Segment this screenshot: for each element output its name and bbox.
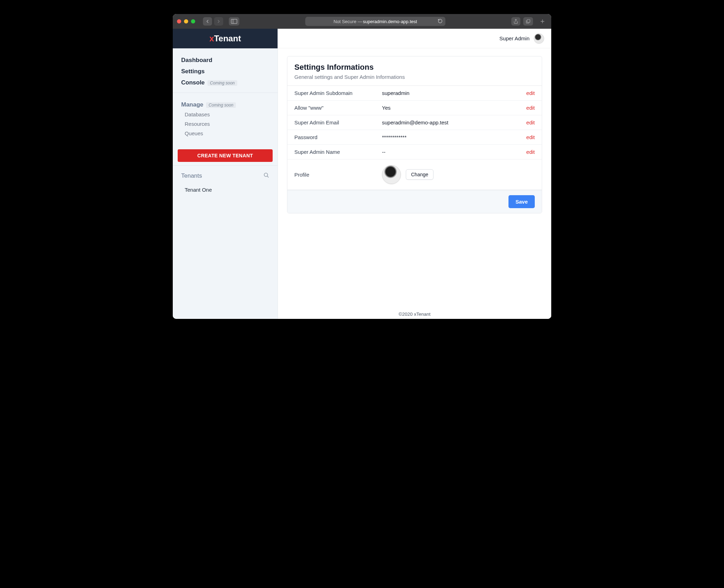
forward-button[interactable] [214, 17, 223, 26]
back-button[interactable] [203, 17, 212, 26]
browser-window: Not Secure — superadmin.demo-app.test [173, 14, 551, 319]
content: Settings Informations General settings a… [278, 48, 551, 307]
edit-email[interactable]: edit [526, 119, 535, 125]
address-host: superadmin.demo-app.test [363, 19, 417, 24]
nav-databases[interactable]: Databases [181, 110, 269, 119]
row-allow-www: Allow "www" Yes edit [287, 101, 542, 115]
value-password: ************ [382, 134, 523, 140]
sidebar-toggle-button[interactable] [229, 17, 239, 26]
nav-dashboard[interactable]: Dashboard [181, 55, 269, 66]
tabs-icon [525, 19, 531, 24]
sidebar: xTenant Dashboard Settings Console Comin… [173, 29, 278, 319]
label-subdomain: Super Admin Subdomain [294, 90, 378, 96]
plus-icon [540, 19, 545, 24]
avatar[interactable] [534, 33, 544, 44]
edit-name[interactable]: edit [526, 149, 535, 155]
nav-queues[interactable]: Queues [181, 129, 269, 138]
nav-settings[interactable]: Settings [181, 66, 269, 77]
brand-logo[interactable]: xTenant [173, 29, 278, 48]
tabs-overview-button[interactable] [523, 17, 533, 26]
share-button[interactable] [511, 17, 520, 26]
nav-settings-label: Settings [181, 68, 205, 75]
app: xTenant Dashboard Settings Console Comin… [173, 29, 551, 319]
reload-icon [438, 19, 443, 23]
edit-allow-www[interactable]: edit [526, 105, 535, 111]
create-tenant-button[interactable]: CREATE NEW TENANT [178, 149, 273, 162]
sidebar-icon [231, 19, 237, 24]
row-name: Super Admin Name -- edit [287, 145, 542, 159]
value-profile: Change [382, 165, 531, 184]
edit-subdomain[interactable]: edit [526, 90, 535, 96]
svg-rect-0 [231, 19, 237, 23]
save-button[interactable]: Save [508, 195, 535, 208]
nav-console[interactable]: Console Coming soon [181, 77, 269, 88]
window-controls [177, 19, 195, 23]
label-profile: Profile [294, 172, 378, 178]
manage-heading-label: Manage [181, 101, 203, 108]
card-title: Settings Informations [294, 63, 535, 72]
tenants-search-button[interactable] [263, 172, 269, 180]
tenant-item[interactable]: Tenant One [181, 185, 269, 194]
nav-dashboard-label: Dashboard [181, 57, 212, 64]
manage-nav: Manage Coming soon Databases Resources Q… [173, 93, 278, 142]
tenants-section: Tenants Tenant One [173, 165, 278, 200]
new-tab-button[interactable] [538, 17, 547, 26]
chevron-right-icon [216, 19, 221, 24]
edit-password[interactable]: edit [526, 134, 535, 140]
tenants-heading-label: Tenants [181, 172, 202, 179]
brand-name: Tenant [214, 34, 241, 43]
svg-rect-3 [527, 20, 530, 22]
label-allow-www: Allow "www" [294, 105, 378, 111]
svg-line-7 [267, 176, 268, 177]
address-bar[interactable]: Not Secure — superadmin.demo-app.test [305, 17, 445, 26]
address-security-label: Not Secure — [334, 19, 362, 24]
chevron-left-icon [205, 19, 210, 24]
current-user-name: Super Admin [499, 35, 530, 41]
main: Super Admin Settings Informations Genera… [278, 29, 551, 319]
browser-titlebar: Not Secure — superadmin.demo-app.test [173, 14, 551, 29]
value-name: -- [382, 149, 523, 155]
close-window-button[interactable] [177, 19, 181, 23]
search-icon [263, 172, 269, 178]
coming-soon-badge: Coming soon [206, 102, 236, 108]
value-allow-www: Yes [382, 105, 523, 111]
nav-console-label: Console [181, 79, 205, 86]
value-email: superadmin@demo-app.test [382, 119, 523, 125]
label-name: Super Admin Name [294, 149, 378, 155]
value-subdomain: superadmin [382, 90, 523, 96]
primary-nav: Dashboard Settings Console Coming soon [173, 48, 278, 93]
topbar: Super Admin [278, 29, 551, 48]
row-email: Super Admin Email superadmin@demo-app.te… [287, 115, 542, 130]
footer: ©2020 xTenant [278, 307, 551, 319]
reload-button[interactable] [438, 19, 443, 25]
brand-x: x [209, 34, 214, 43]
row-password: Password ************ edit [287, 130, 542, 145]
row-profile: Profile Change [287, 159, 542, 190]
row-subdomain: Super Admin Subdomain superadmin edit [287, 86, 542, 101]
coming-soon-badge: Coming soon [207, 80, 237, 86]
profile-avatar [382, 165, 401, 184]
minimize-window-button[interactable] [184, 19, 188, 23]
maximize-window-button[interactable] [191, 19, 195, 23]
label-password: Password [294, 134, 378, 140]
card-footer: Save [287, 190, 542, 213]
share-icon [513, 19, 518, 24]
change-profile-button[interactable]: Change [406, 169, 433, 180]
card-subtitle: General settings and Super Admin Informa… [294, 74, 535, 80]
tenants-heading: Tenants [181, 172, 269, 180]
card-header: Settings Informations General settings a… [287, 56, 542, 86]
label-email: Super Admin Email [294, 119, 378, 125]
nav-resources[interactable]: Resources [181, 119, 269, 129]
manage-heading: Manage Coming soon [181, 99, 269, 110]
settings-card: Settings Informations General settings a… [287, 56, 542, 213]
